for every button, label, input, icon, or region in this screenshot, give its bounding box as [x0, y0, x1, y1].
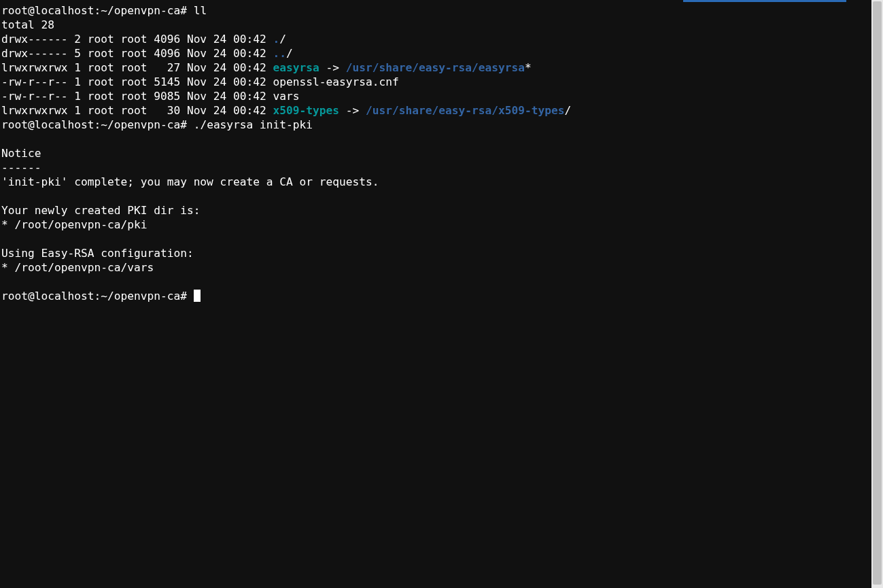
- output-line: ------: [1, 161, 41, 174]
- output-line: 'init-pki' complete; you may now create …: [1, 175, 379, 188]
- shell-prompt: root@localhost:~/openvpn-ca#: [1, 4, 194, 17]
- output-line: drwx------ 2 root root 4096 Nov 24 00:42: [1, 33, 273, 46]
- symlink-target: /usr/share/easy-rsa/x509-types: [366, 104, 564, 117]
- scrollbar-thumb[interactable]: [873, 1, 882, 585]
- output-line: -rw-r--r-- 1 root root 9085 Nov 24 00:42…: [1, 90, 300, 103]
- output-arrow: ->: [319, 61, 346, 74]
- output-line: Notice: [1, 147, 41, 160]
- title-bar-highlight: [683, 0, 846, 2]
- shell-prompt: root@localhost:~/openvpn-ca#: [1, 118, 194, 131]
- output-line: Using Easy-RSA configuration:: [1, 247, 194, 260]
- output-suffix: *: [525, 61, 532, 74]
- output-line: Your newly created PKI dir is:: [1, 204, 200, 217]
- output-arrow: ->: [339, 104, 366, 117]
- command-text: ./easyrsa init-pki: [194, 118, 313, 131]
- output-line: * /root/openvpn-ca/pki: [1, 218, 147, 231]
- output-suffix: /: [279, 33, 286, 46]
- symlink-name: easyrsa: [273, 61, 319, 74]
- vertical-scrollbar[interactable]: [871, 0, 883, 588]
- command-text: ll: [194, 4, 207, 17]
- shell-prompt: root@localhost:~/openvpn-ca#: [1, 290, 194, 302]
- output-line: drwx------ 5 root root 4096 Nov 24 00:42: [1, 47, 273, 60]
- output-line: lrwxrwxrwx 1 root root 27 Nov 24 00:42: [1, 61, 273, 74]
- output-line: total 28: [1, 18, 54, 31]
- output-suffix: /: [564, 104, 571, 117]
- dir-name: ..: [273, 47, 287, 60]
- output-line: lrwxrwxrwx 1 root root 30 Nov 24 00:42: [1, 104, 273, 117]
- terminal-output[interactable]: root@localhost:~/openvpn-ca# ll total 28…: [0, 0, 871, 588]
- output-suffix: /: [286, 47, 293, 60]
- dir-name: .: [273, 33, 280, 46]
- symlink-target: /usr/share/easy-rsa/easyrsa: [346, 61, 525, 74]
- output-line: * /root/openvpn-ca/vars: [1, 261, 154, 274]
- symlink-name: x509-types: [273, 104, 339, 117]
- output-line: -rw-r--r-- 1 root root 5145 Nov 24 00:42…: [1, 75, 399, 88]
- cursor-icon: [194, 290, 201, 302]
